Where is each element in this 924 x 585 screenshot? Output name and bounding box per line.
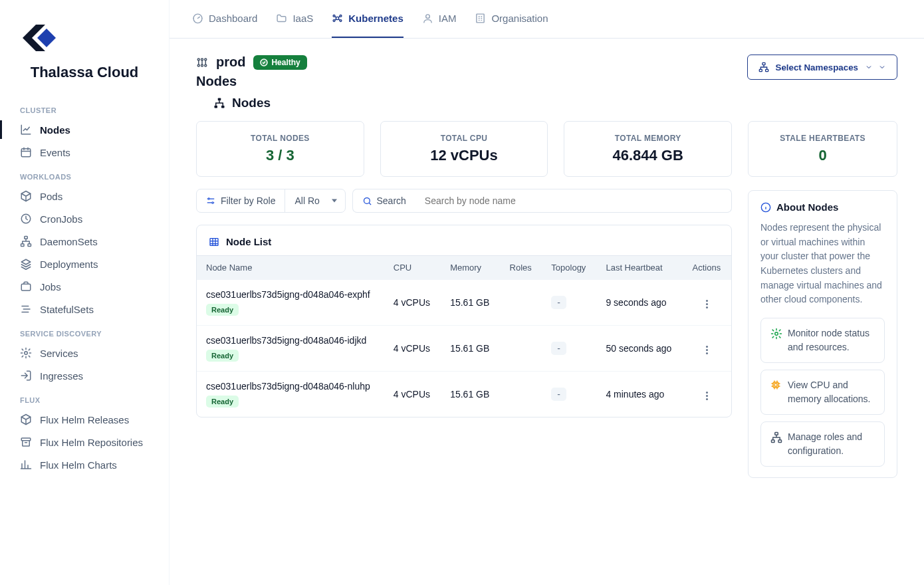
th-memory: Memory [441,256,500,280]
row-actions-button[interactable] [702,342,712,358]
sidebar-item-statefulsets[interactable]: StatefulSets [0,298,169,320]
th-roles: Roles [501,256,542,280]
topnav-item-organisation[interactable]: Organisation [475,0,548,38]
stat-label: TOTAL MEMORY [576,134,719,143]
line-chart-icon [20,124,32,136]
check-circle-icon [260,58,268,66]
cell-memory: 15.61 GB [441,280,500,326]
svg-point-15 [197,58,199,60]
sidebar-item-label: Pods [40,191,62,202]
sidebar-item-daemonsets[interactable]: DaemonSets [0,230,169,253]
svg-rect-7 [21,438,31,441]
cell-topology: - [542,372,596,417]
sidebar-item-pods[interactable]: Pods [0,185,169,207]
bar-chart-icon [20,459,32,471]
svg-point-16 [201,58,203,60]
cell-heartbeat: 4 minutes ago [596,372,683,417]
select-namespaces-button[interactable]: Select Namespaces [747,55,897,80]
tip-text: View CPU and memory allocations. [788,378,875,406]
search-input[interactable] [415,189,732,213]
gear-icon [770,328,781,338]
sidebar-item-flux-helm-releases[interactable]: Flux Helm Releases [0,408,169,431]
filter-icon [206,196,215,205]
svg-rect-26 [215,106,218,108]
topnav-item-label: IaaS [292,13,313,24]
tip-text: Monitor node status and resources. [788,326,875,354]
filter-row: Filter by Role All Ro Search [196,189,732,213]
stat-card-stale-heartbeats: STALE HEARTBEATS 0 [748,121,897,177]
th-last-heartbeat: Last Heartbeat [596,256,683,280]
svg-rect-34 [773,382,778,388]
sidebar-item-label: Jobs [40,281,61,292]
svg-rect-35 [774,384,777,386]
stat-card-total-memory: TOTAL MEMORY46.844 GB [564,121,732,177]
sidebar-item-label: Deployments [40,259,98,270]
sidebar-item-cronjobs[interactable]: CronJobs [0,207,169,230]
cell-memory: 15.61 GB [441,372,500,417]
sidebar-item-services[interactable]: Services [0,342,169,364]
sidebar-item-flux-helm-charts[interactable]: Flux Helm Charts [0,453,169,476]
table-row[interactable]: cse031uerlbs73d5igng-d048a046-exphfReady… [197,280,731,326]
sidebar-item-flux-helm-repositories[interactable]: Flux Helm Repositories [0,431,169,453]
svg-point-18 [197,64,199,66]
svg-point-33 [775,332,778,336]
row-actions-button[interactable] [702,388,712,404]
top-navigation: DashboardIaaSKubernetesIAMOrganisation [170,0,924,39]
sidebar-item-label: Ingresses [40,370,83,382]
table-row[interactable]: cse031uerlbs73d5igng-d048a046-idjkdReady… [197,326,731,372]
about-nodes-card: About Nodes Nodes represent the physical… [748,190,897,478]
sidebar-item-nodes[interactable]: Nodes [0,118,169,141]
svg-point-19 [201,64,203,66]
topnav-item-dashboard[interactable]: Dashboard [192,0,257,38]
calendar-icon [20,146,32,158]
stat-card-total-cpu: TOTAL CPU12 vCPUs [380,121,548,177]
table-icon [209,237,219,247]
brand-block: Thalassa Cloud [0,13,169,97]
cell-cpu: 4 vCPUs [384,372,441,417]
layout-grid: TOTAL NODES3 / 3TOTAL CPU12 vCPUsTOTAL M… [196,121,897,478]
topnav-item-kubernetes[interactable]: Kubernetes [332,0,404,38]
sidebar-section-label: WORKLOADS [0,164,169,185]
role-select[interactable]: All Ro [285,189,345,212]
cube-icon [20,413,32,425]
sidebar-section-label: CLUSTER [0,97,169,118]
tip-card: Monitor node status and resources. [760,318,885,363]
topnav-item-iam[interactable]: IAM [422,0,457,38]
chip-icon [770,380,781,390]
cell-roles [501,280,542,326]
user-icon [422,13,433,24]
section-title: Nodes [232,96,271,110]
folder-icon [276,13,287,24]
sidebar-item-deployments[interactable]: Deployments [0,253,169,275]
topnav-item-iaas[interactable]: IaaS [276,0,313,38]
cell-roles [501,326,542,372]
sidebar-item-events[interactable]: Events [0,141,169,164]
status-badge: Ready [206,304,239,316]
about-text: Nodes represent the physical or virtual … [760,221,885,307]
content-area: prod Healthy Nodes Select Namespaces Nod [170,39,924,585]
table-row[interactable]: cse031uerlbs73d5igng-d048a046-nluhpReady… [197,372,731,417]
filter-by-role[interactable]: Filter by Role All Ro [196,189,346,213]
sidebar-item-jobs[interactable]: Jobs [0,275,169,298]
sidebar-item-label: Events [40,147,70,158]
gear-icon [20,347,32,359]
status-badge: Ready [206,350,239,362]
status-badge: Ready [206,396,239,408]
cell-cpu: 4 vCPUs [384,326,441,372]
stat-value: 3 / 3 [209,147,352,164]
cluster-health-badge: Healthy [253,55,306,70]
sidebar-section-label: FLUX [0,387,169,408]
clock-icon [20,213,32,225]
stat-label: TOTAL NODES [209,134,352,143]
sitemap-icon [213,97,225,109]
node-list-card: Node List Node NameCPUMemoryRolesTopolog… [196,225,732,417]
row-actions-button[interactable] [702,296,712,312]
svg-rect-24 [765,69,768,71]
sidebar-item-label: CronJobs [40,213,82,225]
th-cpu: CPU [384,256,441,280]
cluster-name: prod [216,55,245,70]
cell-memory: 15.61 GB [441,326,500,372]
page-title: Nodes [196,74,307,89]
sidebar-item-ingresses[interactable]: Ingresses [0,364,169,387]
sidebar-item-label: Flux Helm Releases [40,414,129,425]
